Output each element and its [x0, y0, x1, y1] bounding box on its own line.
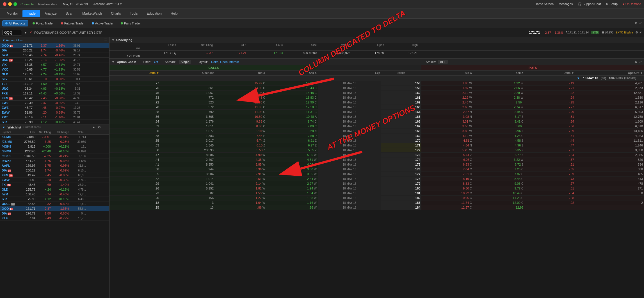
chain-expand-icon[interactable]: ⤢	[639, 31, 642, 34]
settings-icon[interactable]: ⚙	[635, 21, 638, 25]
symbol-list-item[interactable]: QQQ24 171.71 -2.37 -1.36% 38.91	[0, 43, 109, 48]
oc-settings-icon[interactable]: ⚙	[635, 60, 638, 64]
option-row[interactable]: .15 13 .86 W .96 W 18 MAY 18 184 12.57 C…	[109, 205, 644, 210]
col-pask[interactable]: Ask X	[473, 71, 524, 76]
watchlist-row[interactable]: /ZNM8 120'145 +0'040 +0.10% 39,826	[0, 149, 109, 154]
option-row[interactable]: .53 1,345 6.10 Z 6.27 Z 18 MAY 18 171 4.…	[109, 143, 644, 148]
col-delta[interactable]: Delta ▼	[109, 71, 160, 76]
on-demand-link[interactable]: ● OnDemand	[623, 2, 641, 6]
nav-tab-monitor[interactable]: Monitor	[2, 10, 22, 17]
nav-tab-scan[interactable]: Scan	[61, 10, 78, 17]
symbol-list-item[interactable]: GLD 125.78 +.24 +0.19% 16.69	[0, 72, 109, 77]
symbol-list-item[interactable]: TLT 119.19 +.60 +0.51% 6.5	[0, 82, 109, 86]
nav-tab-help[interactable]: Help	[166, 10, 182, 17]
option-row[interactable]: .60 1,677 8.10 W 8.28 N 18 MAY 18 168 3.…	[109, 129, 644, 134]
symbol-dropdown-icon[interactable]: ▼	[24, 31, 27, 34]
expand-icon[interactable]: ⤢	[639, 21, 642, 25]
option-row[interactable]: .32 1,014 2.51 W 2.64 W 18 MAY 18 178 8.…	[109, 177, 644, 181]
option-row[interactable]: .58 1,383 7.43 P 7.59 P 18 MAY 18 169 4.…	[109, 134, 644, 138]
col-openint[interactable]: Open Int	[160, 71, 215, 76]
nav-tab-tools[interactable]: Tools	[125, 10, 142, 17]
watchlist-row[interactable]: IYR 75.99 +.12 +0.16% 6,43...	[0, 197, 109, 202]
home-screen-link[interactable]: Home Screen	[535, 2, 554, 6]
watchlist-settings-icon[interactable]: ⚙	[98, 125, 101, 129]
oc-table-container[interactable]: CALLS PUTS Delta ▼ Open Int Bid X Ask X …	[109, 65, 644, 298]
oc-expand-icon[interactable]: ⤢	[639, 60, 642, 64]
setup-link[interactable]: ⚙ Setup	[606, 2, 618, 6]
active-trader-button[interactable]: Active Trader	[89, 20, 117, 26]
watchlist-row[interactable]: /ZSK8 1046.50 -2.25 -0.21% 6,156	[0, 154, 109, 159]
watchlist-row[interactable]: DIA24 276.72 -1.80 -0.65% 9,...	[0, 211, 109, 216]
option-row[interactable]: .47 8,686 4.90 W 5.06 W 18 MAY 18 173 5.…	[109, 153, 644, 157]
symbol-list-item[interactable]: EEM24 49.42 -.45 -0.90% 42.99	[0, 96, 109, 101]
option-row[interactable]: .18 3 1.04 W 1.16 W 18 MAY 18 183 11.74 …	[109, 200, 644, 205]
option-row[interactable]: .50 23,593 5.50 Z 5.65 Z 18 MAY 18 172 5…	[109, 148, 644, 153]
oc-filter-value[interactable]: Off	[154, 60, 158, 64]
col-bid[interactable]: Bid X	[215, 71, 266, 76]
option-row[interactable]: .23 82 1.53 W 1.64 W 18 MAY 18 181 10.22…	[109, 191, 644, 196]
symbol-list-item[interactable]: VIX 16.35 +.57 +3.61% 34.71	[0, 62, 109, 67]
option-row[interactable]: .35 3,904 2.91 W 3.05 W 18 MAY 18 177 7.…	[109, 172, 644, 177]
symbol-delete-icon[interactable]: ✕	[29, 31, 32, 34]
watchlist-row[interactable]: /NGK8 2.815 +.006 +0.21% 181	[0, 144, 109, 149]
option-row[interactable]: .68 792 11.06 C 11.31 C 18 MAY 18 164 2.…	[109, 110, 644, 114]
symbol-input[interactable]	[2, 30, 22, 35]
forex-trader-button[interactable]: Forex Trader	[29, 20, 57, 26]
option-row[interactable]: .44 2,467 4.35 W 4.51 W 18 MAY 18 174 6.…	[109, 157, 644, 162]
sidebar-menu-icon[interactable]: ☰	[104, 38, 107, 42]
watchlist-row[interactable]: IWM 158.46 -.74 -0.46% 17,7...	[0, 192, 109, 197]
option-row[interactable]: .38 944 3.36 W 3.50 W 18 MAY 18 176 7.04…	[109, 167, 644, 172]
col-pdelta[interactable]: Delta ▼	[524, 71, 575, 76]
watchlist-row[interactable]: GLD 125.78 +.24 +0.19% 4,79...	[0, 187, 109, 192]
symbol-list-item[interactable]: EWW 51.86 -.20 -0.38% 36.72	[0, 110, 109, 115]
chain-settings-icon[interactable]: ⚙	[635, 31, 638, 34]
option-row[interactable]: .72 323 12.65 C 12.90 C 18 MAY 18 162 2.…	[109, 100, 644, 105]
all-products-button[interactable]: All Products	[2, 20, 28, 26]
expiry-row[interactable]: ▼ 18 MAY 18 (66) 100 21.50% (±12.607)	[109, 76, 644, 81]
maximize-button[interactable]	[13, 2, 17, 6]
option-row[interactable]: .62 1,811 8.80 C 9.00 C 18 MAY 18 167 3.…	[109, 124, 644, 129]
symbol-list-item[interactable]: IYR 75.99 +.12 +0.16% 40.44	[0, 120, 109, 125]
col-poi[interactable]: Open.Int ▼	[575, 71, 644, 76]
option-row[interactable]: .64 1,376 9.53 C 9.74 C 18 MAY 18 166 3.…	[109, 119, 644, 124]
option-row[interactable]: .76 361 14.90 C 15.43 C 18 MAY 18 159 1.…	[109, 86, 644, 91]
symbol-list-item[interactable]: IWM 158.46 -.74 -0.46% 26.74	[0, 53, 109, 58]
account-info-toggle[interactable]: ▼ Account Info	[2, 39, 23, 42]
minimize-button[interactable]	[8, 2, 12, 6]
account-selector[interactable]: Account: 48*****84 ▾	[93, 2, 122, 6]
option-row[interactable]: .77 15.99 C 16.31 C 18 MAY 18 158 1.83 W…	[109, 81, 644, 86]
nav-tab-marketwatch[interactable]: MarketWatch	[78, 10, 106, 17]
symbol-list-item[interactable]: FXE 119.11 +4.43 +0.36% 17.32	[0, 91, 109, 96]
symbol-list-item[interactable]: USO24 12.24 -.13 -1.05% 38.73	[0, 58, 109, 62]
col-strike[interactable]: Strike	[381, 71, 421, 76]
watchlist-row[interactable]: FXI24 48.43 -.69 -1.40% 25.0...	[0, 182, 109, 187]
option-row[interactable]: .66 6,305 10.30 C 10.48 A 18 MAY 18 165 …	[109, 114, 644, 119]
col-exp[interactable]: Exp	[318, 71, 381, 76]
messages-link[interactable]: Messages	[559, 2, 573, 6]
nav-tab-charts[interactable]: Charts	[106, 10, 125, 17]
watchlist-row[interactable]: QQQ24 171.71 -2.37 -1.36% 55,6...	[0, 206, 109, 211]
support-chat-link[interactable]: 🎧 Support/Chat	[578, 2, 601, 6]
strikes-value[interactable]: ALL	[438, 60, 448, 64]
watchlist-row[interactable]: AAPL 179.97 -1.75 -0.96% 31.6...	[0, 163, 109, 168]
col-pbid[interactable]: Bid X	[421, 71, 473, 76]
close-button[interactable]	[3, 2, 6, 6]
underlying-toggle[interactable]: ▼	[112, 39, 115, 42]
nav-tab-education[interactable]: Education	[142, 10, 166, 17]
watchlist-row[interactable]: KLE 67.94 -.49 -0.72% 10,7...	[0, 216, 109, 221]
option-row[interactable]: .70 572 11.85 C 12.10 C 18 MAY 18 163 2.…	[109, 105, 644, 110]
watchlist-row[interactable]: DIA24 250.22 -1.74 -0.69% 6,10...	[0, 168, 109, 173]
watchlist-row[interactable]: ORCL○○ 52.58 -.32 -0.60% 12,8...	[0, 202, 109, 206]
symbol-list-item[interactable]: UNG 23.24 +.03 +0.13% 3.31	[0, 86, 109, 91]
nav-tab-trade[interactable]: Trade	[22, 10, 40, 17]
option-row[interactable]: .20 156 1.27 W 1.38 W 18 MAY 18 182 10.9…	[109, 196, 644, 200]
watchlist-menu-icon[interactable]: ☰	[104, 125, 107, 129]
option-row[interactable]: .29 1,041 2.14 W 2.27 W 18 MAY 18 179 8.…	[109, 181, 644, 186]
symbol-list-item[interactable]: XRT 45.19 -.11 -1.40% 28.81	[0, 115, 109, 120]
option-row[interactable]: .75 1,067 14.05 C 14.48 C 18 MAY 18 160 …	[109, 91, 644, 95]
option-row[interactable]: .55 3,017 6.74 Z 6.91 Z 18 MAY 18 170 4.…	[109, 138, 644, 143]
col-ask[interactable]: Ask X	[266, 71, 318, 76]
option-row[interactable]: .26 5,152 1.82 W 1.94 W 18 MAY 18 180 9.…	[109, 186, 644, 191]
watchlist-row[interactable]: /ES M8 2766.50 -6.25 -0.23% 39,980	[0, 139, 109, 144]
oc-toggle[interactable]: ▼	[112, 60, 115, 64]
